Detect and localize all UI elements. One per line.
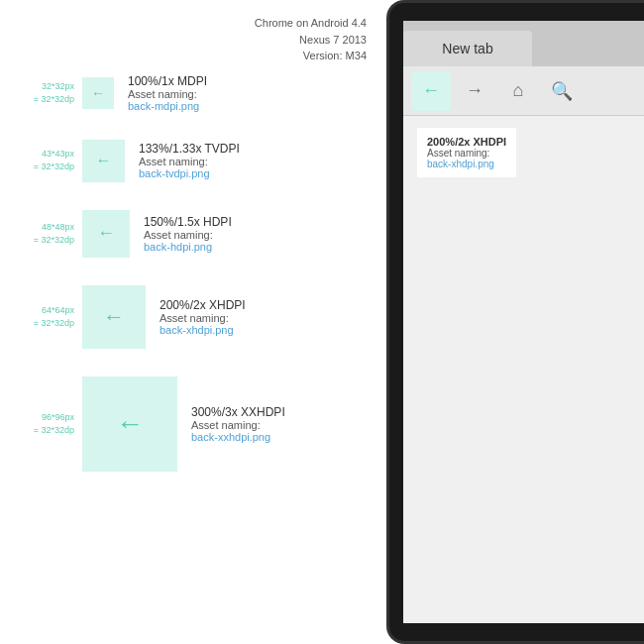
asset-row-tvdpi: 43*43px = 32*32dp ← 133%/1.33x TVDPI Ass… bbox=[0, 140, 386, 182]
icon-box-hdpi: ← bbox=[82, 210, 130, 258]
device-screen: New tab ← → ⌂ 🔍 200%/2x XH bbox=[403, 21, 644, 623]
asset-row-hdpi: 48*48px = 32*32dp ← 150%/1.5x HDPI Asset… bbox=[0, 210, 386, 258]
right-panel: New tab ← → ⌂ 🔍 200%/2x XH bbox=[376, 0, 644, 644]
asset-info-mdpi: 100%/1x MDPI Asset naming: back-mdpi.png bbox=[128, 74, 207, 112]
callout-dpi-label: 200%/2x XHDPI bbox=[427, 136, 506, 148]
icon-box-mdpi: ← bbox=[82, 77, 114, 109]
browser-tab-bar: New tab bbox=[403, 21, 644, 66]
naming-label-tvdpi: Asset naming: bbox=[139, 156, 240, 167]
asset-list: 32*32px = 32*32dp ← 100%/1x MDPI Asset n… bbox=[0, 74, 386, 472]
device-info-line3: Version: M34 bbox=[0, 48, 367, 64]
asset-row-mdpi: 32*32px = 32*32dp ← 100%/1x MDPI Asset n… bbox=[0, 74, 386, 112]
device-info-line1: Chrome on Android 4.4 bbox=[0, 15, 367, 32]
back-button[interactable]: ← bbox=[411, 71, 451, 111]
dpi-label-xxhdpi: 300%/3x XXHDPI bbox=[191, 405, 285, 419]
size-label-tvdpi: 43*43px = 32*32dp bbox=[20, 148, 74, 172]
naming-label-hdpi: Asset naming: bbox=[144, 229, 232, 241]
icon-box-xhdpi: ← bbox=[82, 285, 146, 349]
size-label-xhdpi: 64*64px = 32*32dp bbox=[20, 304, 74, 329]
asset-info-xxhdpi: 300%/3x XXHDPI Asset naming: back-xxhdpi… bbox=[191, 405, 285, 443]
naming-label-xxhdpi: Asset naming: bbox=[191, 419, 285, 431]
device-info: Chrome on Android 4.4 Nexus 7 2013 Versi… bbox=[0, 0, 386, 74]
forward-button[interactable]: → bbox=[455, 71, 494, 111]
device-info-line2: Nexus 7 2013 bbox=[0, 32, 367, 49]
forward-arrow-icon: → bbox=[466, 80, 483, 101]
naming-label-mdpi: Asset naming: bbox=[128, 88, 207, 100]
back-arrow-icon-xxhdpi: ← bbox=[116, 408, 144, 440]
file-link-xhdpi[interactable]: back-xhdpi.png bbox=[160, 324, 246, 336]
asset-info-hdpi: 150%/1.5x HDPI Asset naming: back-hdpi.p… bbox=[144, 215, 232, 253]
size-label-xxhdpi: 96*96px = 32*32dp bbox=[20, 411, 74, 436]
file-link-tvdpi[interactable]: back-tvdpi.png bbox=[139, 167, 240, 179]
search-icon: 🔍 bbox=[551, 80, 573, 102]
callout-file-link: back-xhdpi.png bbox=[427, 159, 506, 169]
browser-tab[interactable]: New tab bbox=[403, 31, 532, 66]
dpi-label-mdpi: 100%/1x MDPI bbox=[128, 74, 207, 88]
browser-tab-label: New tab bbox=[442, 41, 492, 56]
dpi-label-xhdpi: 200%/2x XHDPI bbox=[160, 298, 246, 312]
back-arrow-icon: ← bbox=[422, 80, 440, 101]
file-link-xxhdpi[interactable]: back-xxhdpi.png bbox=[191, 431, 285, 443]
dpi-label-hdpi: 150%/1.5x HDPI bbox=[144, 215, 232, 229]
file-link-hdpi[interactable]: back-hdpi.png bbox=[144, 241, 232, 253]
asset-row-xxhdpi: 96*96px = 32*32dp ← 300%/3x XXHDPI Asset… bbox=[0, 376, 386, 472]
home-icon: ⌂ bbox=[513, 80, 524, 101]
device-frame: New tab ← → ⌂ 🔍 200%/2x XH bbox=[386, 0, 644, 644]
back-arrow-icon-xhdpi: ← bbox=[103, 304, 125, 330]
asset-info-xhdpi: 200%/2x XHDPI Asset naming: back-xhdpi.p… bbox=[160, 298, 246, 336]
browser-toolbar: ← → ⌂ 🔍 bbox=[403, 66, 644, 116]
size-label-hdpi: 48*48px = 32*32dp bbox=[20, 221, 74, 246]
left-panel: Chrome on Android 4.4 Nexus 7 2013 Versi… bbox=[0, 0, 386, 644]
size-label-mdpi: 32*32px = 32*32dp bbox=[20, 80, 74, 105]
callout-naming-label: Asset naming: bbox=[427, 148, 506, 159]
file-link-mdpi[interactable]: back-mdpi.png bbox=[128, 100, 207, 112]
asset-info-tvdpi: 133%/1.33x TVDPI Asset naming: back-tvdp… bbox=[139, 142, 240, 179]
home-button[interactable]: ⌂ bbox=[498, 71, 538, 111]
naming-label-xhdpi: Asset naming: bbox=[160, 312, 246, 324]
back-arrow-icon-tvdpi: ← bbox=[96, 152, 112, 169]
asset-row-xhdpi: 64*64px = 32*32dp ← 200%/2x XHDPI Asset … bbox=[0, 285, 386, 349]
callout-box: 200%/2x XHDPI Asset naming: back-xhdpi.p… bbox=[417, 128, 516, 177]
back-arrow-icon-hdpi: ← bbox=[97, 223, 115, 244]
icon-box-tvdpi: ← bbox=[82, 140, 125, 182]
dpi-label-tvdpi: 133%/1.33x TVDPI bbox=[139, 142, 240, 156]
icon-box-xxhdpi: ← bbox=[82, 376, 177, 472]
back-arrow-icon-mdpi: ← bbox=[91, 85, 105, 101]
search-button[interactable]: 🔍 bbox=[542, 71, 582, 111]
